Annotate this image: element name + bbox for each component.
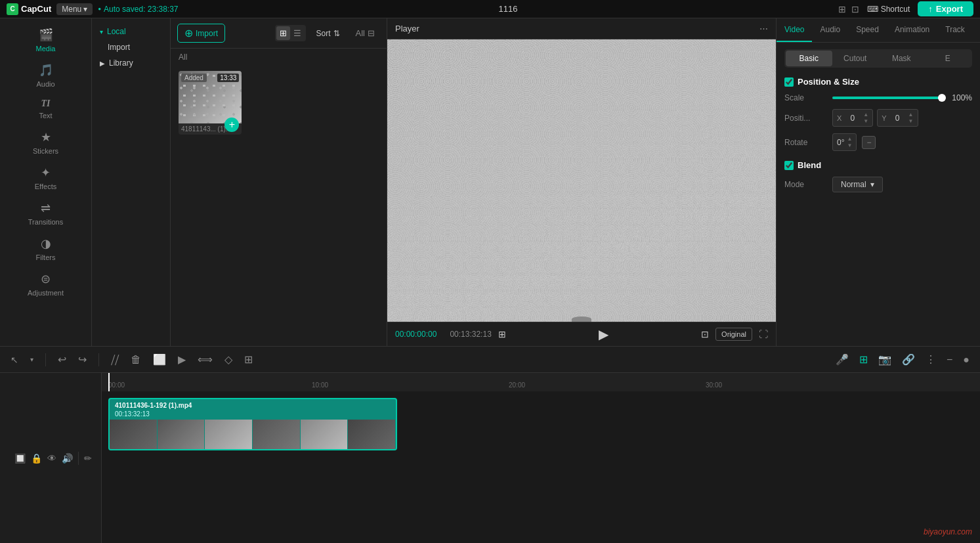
mic-button[interactable]: 🎤 (833, 351, 851, 368)
blend-mode-dropdown[interactable]: Normal ▾ (832, 177, 883, 192)
sub-tab-mask[interactable]: Mask (878, 51, 925, 66)
position-size-checkbox[interactable] (784, 77, 794, 87)
blend-chevron-icon: ▾ (870, 180, 874, 189)
filter-button[interactable]: All ⊟ (351, 26, 380, 40)
player-menu-icon[interactable]: ⋯ (759, 24, 768, 33)
crop-button[interactable]: ⬜ (150, 351, 169, 368)
timeline-tracks: 410111436-1-192 (1).mp4 00:13:32:13 (102, 391, 980, 462)
split-button[interactable]: ⧸⧸ (108, 351, 121, 368)
nav-item-transitions[interactable]: ⇌ Transitions (3, 196, 89, 231)
properties-panel: Basic Cutout Mask E Position & Size Scal… (777, 43, 980, 346)
nav-item-text[interactable]: TI Text (3, 93, 89, 125)
delete-button[interactable]: 🗑 (128, 351, 144, 368)
shortcut-button[interactable]: ⌨ Shortcut (867, 5, 910, 14)
scale-value: 100% (947, 93, 972, 102)
snap-button[interactable]: ⊞ (857, 351, 870, 368)
undo-button[interactable]: ↩ (55, 351, 69, 368)
clip-thumb-4 (253, 420, 301, 449)
lock2-button[interactable]: 🔒 (31, 453, 42, 464)
blend-mode-label: Mode (784, 180, 827, 189)
fit-screen-button[interactable]: ⊡ (701, 329, 709, 339)
app-name: CapCut (21, 4, 51, 14)
grid-icon[interactable]: ⊞ (838, 4, 846, 14)
clip-thumb-6 (348, 420, 396, 449)
media-grid: Added 13:33 + 41811143... (1).mp4 (171, 66, 387, 140)
play-timeline-button[interactable]: ▶ (175, 351, 188, 368)
expand-icon[interactable]: ⊡ (851, 4, 859, 14)
full-circle-button[interactable]: ● (960, 351, 972, 368)
tab-audio[interactable]: Audio (812, 18, 848, 42)
lock-button[interactable]: 🔲 (14, 453, 26, 464)
timeline-toolbar: ↖ ▾ ↩ ↪ ⧸⧸ 🗑 ⬜ ▶ ⟺ ◇ ⊞ 🎤 ⊞ 📷 🔗 ⋮ − ● (0, 347, 980, 373)
sub-tab-e[interactable]: E (925, 51, 971, 66)
sidebar-item-import[interactable]: Import (92, 39, 170, 55)
blend-title: Blend (798, 160, 821, 170)
link-button[interactable]: 🔗 (899, 351, 918, 368)
blend-section-header: Blend (784, 160, 972, 170)
tab-track[interactable]: Track (937, 18, 973, 42)
track-clip[interactable]: 410111436-1-192 (1).mp4 00:13:32:13 (108, 398, 397, 450)
mirror-button[interactable]: ⟺ (195, 351, 215, 368)
position-x-field[interactable]: X 0 ▲ ▼ (832, 109, 873, 127)
list-view-button[interactable]: ☰ (290, 26, 305, 40)
nav-item-media-label: Media (36, 45, 56, 53)
original-button[interactable]: Original (715, 328, 752, 341)
transform-button[interactable]: ⊞ (242, 351, 255, 368)
position-y-field[interactable]: Y 0 ▲ ▼ (877, 109, 918, 127)
scale-slider-thumb[interactable] (938, 94, 946, 102)
y-value: 0 (889, 114, 906, 123)
zoom-out-button[interactable]: − (944, 351, 955, 368)
tab-speed[interactable]: Speed (848, 18, 887, 42)
y-increment[interactable]: ▲ (908, 112, 914, 118)
bottom-section: ↖ ▾ ↩ ↪ ⧸⧸ 🗑 ⬜ ▶ ⟺ ◇ ⊞ 🎤 ⊞ 📷 🔗 ⋮ − ● 🔲 🔒… (0, 346, 980, 543)
grid-ctrl-button[interactable]: ⊞ (498, 329, 506, 339)
menu-button[interactable]: Menu ▾ (56, 3, 93, 15)
rotate-decrement[interactable]: ▼ (847, 142, 852, 149)
side-divider (78, 452, 79, 465)
nav-item-audio-label: Audio (36, 80, 54, 88)
x-decrement[interactable]: ▼ (863, 118, 868, 125)
fullscreen-button[interactable]: ⛶ (759, 329, 768, 339)
grid-view-button[interactable]: ⊞ (276, 26, 290, 40)
sidebar-item-library[interactable]: ▶ Library (92, 55, 170, 71)
y-decrement[interactable]: ▼ (908, 118, 914, 125)
sub-tab-cutout[interactable]: Cutout (832, 51, 879, 66)
nav-item-effects-label: Effects (35, 183, 56, 190)
media-item[interactable]: Added 13:33 + 41811143... (1).mp4 (179, 71, 242, 135)
cursor-dropdown[interactable]: ▾ (28, 353, 36, 366)
clip-thumbnails (110, 420, 396, 449)
nav-item-stickers[interactable]: ★ Stickers (3, 125, 89, 160)
x-increment[interactable]: ▲ (863, 112, 868, 118)
cursor-button[interactable]: ↖ (8, 352, 21, 368)
redo-button[interactable]: ↪ (75, 351, 89, 368)
scale-label: Scale (784, 93, 827, 102)
tab-animation[interactable]: Animation (887, 18, 937, 42)
split2-button[interactable]: ⋮ (923, 351, 939, 368)
export-button[interactable]: ↑ Export (918, 1, 973, 16)
ruler-mark-20: 20:00 (509, 381, 525, 389)
sort-button[interactable]: Sort ⇅ (311, 26, 345, 41)
nav-item-media[interactable]: 🎬 Media (3, 22, 89, 58)
keyframe-button[interactable]: ◇ (222, 351, 235, 368)
scale-row: Scale 100% (784, 93, 972, 102)
camera-button[interactable]: 📷 (876, 351, 894, 368)
sub-tab-basic[interactable]: Basic (786, 51, 832, 66)
blend-checkbox[interactable] (784, 161, 794, 170)
edit-button[interactable]: ✏ (84, 453, 92, 464)
nav-item-audio[interactable]: 🎵 Audio (3, 58, 89, 93)
tab-video[interactable]: Video (777, 18, 812, 42)
nav-item-effects[interactable]: ✦ Effects (3, 160, 89, 196)
nav-item-adjustment[interactable]: ⊜ Adjustment (3, 267, 89, 302)
volume-button[interactable]: 🔊 (62, 453, 73, 464)
scale-slider[interactable] (832, 97, 942, 99)
import-label: Import (108, 43, 130, 52)
import-button[interactable]: ⊕ Import (177, 24, 225, 43)
rotate-reset-button[interactable]: − (862, 136, 876, 149)
rotate-field[interactable]: 0° ▲ ▼ (832, 133, 857, 151)
sort-icon: ⇅ (333, 29, 340, 38)
play-button[interactable]: ▶ (599, 326, 608, 342)
rotate-increment[interactable]: ▲ (847, 136, 852, 142)
visibility-button[interactable]: 👁 (47, 453, 56, 464)
sidebar-item-local[interactable]: ▾ Local (92, 24, 170, 39)
nav-item-filters[interactable]: ◑ Filters (3, 231, 89, 267)
